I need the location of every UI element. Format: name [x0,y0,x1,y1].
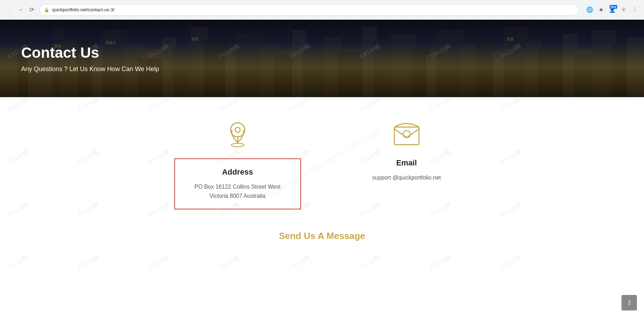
svg-rect-9 [137,58,165,97]
email-card: Email support @quickportfolio.net [343,118,470,209]
email-title: Email [343,158,470,168]
translate-button[interactable]: 🌐 [585,5,595,15]
address-title: Address [182,168,293,177]
contact-section: Address PO Box 16122 Collins Street West… [0,97,644,224]
svg-rect-52 [394,127,419,145]
email-card-content: Email support @quickportfolio.net [343,158,470,182]
lock-icon: 🔒 [44,7,49,12]
svg-rect-47 [507,37,510,41]
svg-rect-43 [109,41,112,44]
address-text: PO Box 16122 Collins Street West Victori… [182,182,293,200]
browser-actions: 🌐 ★ 👤 New ⚛ ⋮ [585,5,640,15]
svg-point-50 [235,127,240,132]
hero-subtitle: Any Questions ? Let Us Know How Can We H… [21,65,623,73]
svg-rect-36 [592,30,616,97]
svg-rect-7 [102,30,127,97]
send-message-section: Send Us A Message [0,224,644,256]
svg-rect-2 [28,55,56,97]
address-bar[interactable]: 🔒 quickportfolio.net/contact-us-3/ [39,4,579,15]
refresh-button[interactable]: ⟳ [27,5,37,15]
extensions-button[interactable]: ⚛ [619,5,629,15]
email-icon [391,118,423,150]
email-text: support @quickportfolio.net [343,173,470,182]
svg-rect-42 [106,41,108,44]
bookmark-button[interactable]: ★ [596,5,606,15]
new-badge: New [609,5,617,9]
address-card-content: Address PO Box 16122 Collins Street West… [174,158,301,209]
profile-button[interactable]: 👤 New [607,5,617,15]
nav-buttons: ← → ⟳ [4,5,37,15]
send-message-title: Send Us A Message [0,231,644,241]
menu-button[interactable]: ⋮ [630,5,640,15]
location-icon [222,118,254,150]
scroll-top-button[interactable]: ⇧ [621,295,637,310]
page-content: Contact Us Any Questions ? Let Us Know H… [0,20,644,321]
address-card: Address PO Box 16122 Collins Street West… [174,118,301,209]
url-text: quickportfolio.net/contact-us-3/ [52,7,575,12]
hero-section: Contact Us Any Questions ? Let Us Know H… [0,20,644,97]
forward-button[interactable]: → [15,5,25,15]
browser-chrome: ← → ⟳ 🔒 quickportfolio.net/contact-us-3/… [0,0,644,20]
svg-rect-46 [195,37,198,41]
svg-rect-45 [192,37,195,41]
svg-rect-38 [627,37,644,97]
back-button[interactable]: ← [4,5,14,15]
svg-rect-48 [511,37,513,41]
page-title: Contact Us [21,44,623,61]
svg-rect-27 [437,30,465,97]
svg-rect-44 [113,41,115,44]
